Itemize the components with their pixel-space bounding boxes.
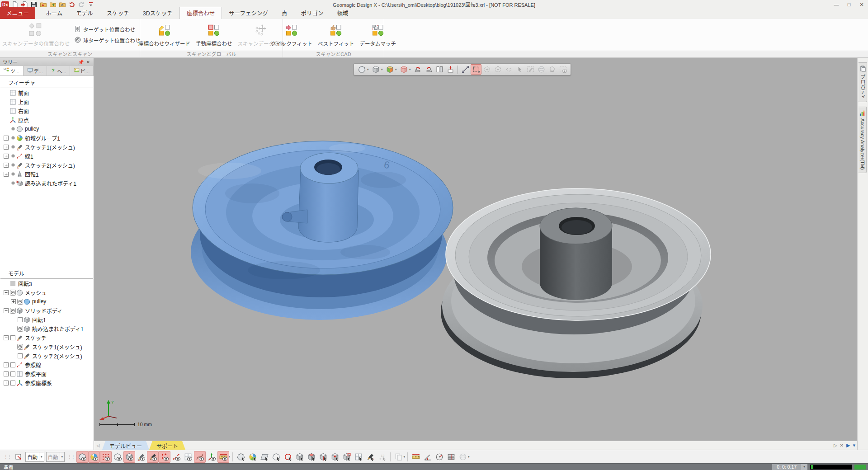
- vt-region-display[interactable]: [384, 64, 395, 75]
- close-button[interactable]: ✕: [855, 0, 868, 9]
- side-tab-プロパティ[interactable]: プロパティ: [859, 62, 867, 102]
- snap-mode-combo-dropdown-icon[interactable]: ▾: [60, 452, 63, 461]
- feature-item-線1[interactable]: 線1: [0, 151, 94, 160]
- vt-mesh-display[interactable]: [356, 64, 367, 75]
- model-item-スケッチ2(メッシュ)[interactable]: スケッチ2(メッシュ): [0, 351, 94, 360]
- status-dot-icon[interactable]: [9, 172, 16, 176]
- ribbon-tab-スケッチ[interactable]: スケッチ: [100, 7, 136, 19]
- feature-item-領域グループ1[interactable]: 領域グループ1: [0, 133, 94, 142]
- feature-item-回転1[interactable]: 回転1: [0, 169, 94, 179]
- model-item-メッシュ[interactable]: メッシュ: [0, 288, 94, 297]
- expand-plus-icon[interactable]: [10, 299, 17, 304]
- visibility-checkbox[interactable]: [17, 317, 24, 322]
- feature-item-前面[interactable]: 前面: [0, 88, 94, 97]
- ribbon-tab-点[interactable]: 点: [275, 7, 294, 19]
- status-dot-icon[interactable]: [9, 163, 16, 167]
- view-tab-モデルビュー[interactable]: モデルビュー: [102, 441, 149, 450]
- model-item-回転1[interactable]: 回転1: [0, 315, 94, 324]
- measure-distance[interactable]: [410, 451, 422, 463]
- curve-visibility[interactable]: [170, 451, 182, 463]
- status-dot-icon[interactable]: [9, 145, 16, 149]
- ribbon-button-座標合わせウィザード[interactable]: 座標合わせウィザード: [136, 21, 193, 49]
- 3d-viewport[interactable]: 6 ▾▾▾▾: [94, 58, 857, 441]
- visibility-eye-icon[interactable]: [17, 299, 24, 305]
- select-solid-feature[interactable]: [341, 451, 353, 463]
- ribbon-tab-ホーム[interactable]: ホーム: [39, 7, 69, 19]
- select-plane[interactable]: [259, 451, 270, 463]
- expand-plus-icon[interactable]: [3, 154, 9, 159]
- visibility-checkbox[interactable]: [9, 335, 16, 340]
- measure-thickness[interactable]: [445, 451, 457, 463]
- select-polyface[interactable]: [270, 451, 282, 463]
- expand-minus-icon[interactable]: [3, 308, 9, 313]
- expand-minus-icon[interactable]: [3, 290, 9, 295]
- vt-rect-select[interactable]: [471, 64, 481, 75]
- pin-icon[interactable]: 📌: [77, 60, 85, 65]
- region-visibility[interactable]: [88, 451, 100, 463]
- plane-visibility[interactable]: [182, 451, 194, 463]
- ribbon-tab-ポリゴン[interactable]: ポリゴン: [294, 7, 330, 19]
- measure-radius[interactable]: [434, 451, 445, 463]
- ribbon-button-ベストフィット[interactable]: ベストフィット: [315, 21, 357, 49]
- mesh-visibility[interactable]: [76, 451, 88, 463]
- polyline-visibility[interactable]: [194, 451, 206, 463]
- vt-clip-box[interactable]: [398, 64, 409, 75]
- select-mesh[interactable]: [235, 451, 247, 463]
- expand-plus-icon[interactable]: [3, 145, 9, 150]
- ribbon-button-ターゲット位置合わせ[interactable]: ターゲット位置合わせ: [74, 25, 141, 33]
- visibility-checkbox[interactable]: [9, 371, 16, 376]
- tab-menu-icon[interactable]: ▾: [853, 442, 855, 448]
- select-3d-sketch[interactable]: [364, 451, 376, 463]
- play-icon[interactable]: ▶: [846, 442, 850, 448]
- rect-select-mode-icon[interactable]: [13, 451, 24, 463]
- vt-rotate-right[interactable]: [423, 64, 434, 75]
- maximize-button[interactable]: □: [843, 0, 855, 9]
- vt-split-view[interactable]: [434, 64, 445, 75]
- visibility-checkbox[interactable]: [9, 381, 16, 385]
- ribbon-tab-メニュー[interactable]: メニュー: [0, 7, 35, 19]
- side-tab-Accuracy Analyzer(TM)[interactable]: Accuracy Analyzer(TM): [859, 107, 867, 173]
- solid-visibility[interactable]: [123, 451, 135, 463]
- status-dot-icon[interactable]: [9, 154, 16, 158]
- feature-item-pulley[interactable]: pulley: [0, 124, 94, 133]
- model-item-pulley[interactable]: pulley: [0, 297, 94, 306]
- expand-plus-icon[interactable]: [3, 371, 9, 376]
- model-item-参照平面[interactable]: 参照平面: [0, 369, 94, 378]
- select-ref-plane[interactable]: [353, 451, 364, 463]
- expand-plus-icon[interactable]: [3, 136, 9, 141]
- ribbon-tab-領域[interactable]: 領域: [330, 7, 355, 19]
- model-item-ソリッドボディ[interactable]: ソリッドボディ: [0, 306, 94, 315]
- vt-mesh-display-dropdown[interactable]: ▾: [367, 68, 370, 71]
- ribbon-tab-座標合わせ[interactable]: 座標合わせ: [179, 7, 222, 19]
- visibility-eye-icon[interactable]: [9, 308, 16, 314]
- feature-item-読み込まれたボディ1[interactable]: 読み込まれたボディ1: [0, 179, 94, 188]
- view-tab-サポート[interactable]: サポート: [149, 441, 185, 450]
- dimension-visibility[interactable]: [217, 451, 229, 463]
- status-dot-icon[interactable]: [9, 127, 16, 131]
- ribbon-tab-3Dスケッチ[interactable]: 3Dスケッチ: [136, 7, 179, 19]
- model-item-回転3[interactable]: 回転3: [0, 279, 94, 288]
- ribbon-tab-サーフェシング[interactable]: サーフェシング: [222, 7, 275, 19]
- minimize-button[interactable]: —: [830, 0, 843, 9]
- feature-item-原点[interactable]: 原点: [0, 115, 94, 124]
- vt-body-display-dropdown[interactable]: ▾: [381, 68, 384, 71]
- coordinate-visibility[interactable]: [206, 451, 217, 463]
- feature-item-上面[interactable]: 上面: [0, 97, 94, 106]
- vt-rotate-left[interactable]: [412, 64, 423, 75]
- select-region[interactable]: [247, 451, 259, 463]
- select-solid-body[interactable]: [306, 451, 317, 463]
- model-item-スケッチ[interactable]: スケッチ: [0, 333, 94, 342]
- ribbon-button-手動座標合わせ[interactable]: 手動座標合わせ: [193, 21, 235, 49]
- sketch3d-visibility[interactable]: [147, 451, 159, 463]
- point-visibility[interactable]: [159, 451, 170, 463]
- measure-angle[interactable]: [422, 451, 434, 463]
- vt-body-display[interactable]: [370, 64, 381, 75]
- select-circle[interactable]: [282, 451, 294, 463]
- pointcloud-visibility[interactable]: [100, 451, 112, 463]
- select-solid-edge[interactable]: [317, 451, 329, 463]
- visibility-eye-icon[interactable]: [9, 290, 16, 296]
- timer-dropdown-icon[interactable]: ▾: [801, 464, 807, 470]
- model-item-スケッチ1(メッシュ)[interactable]: スケッチ1(メッシュ): [0, 342, 94, 351]
- close-icon[interactable]: ✕: [85, 60, 92, 65]
- mesh-wire-visibility[interactable]: [112, 451, 123, 463]
